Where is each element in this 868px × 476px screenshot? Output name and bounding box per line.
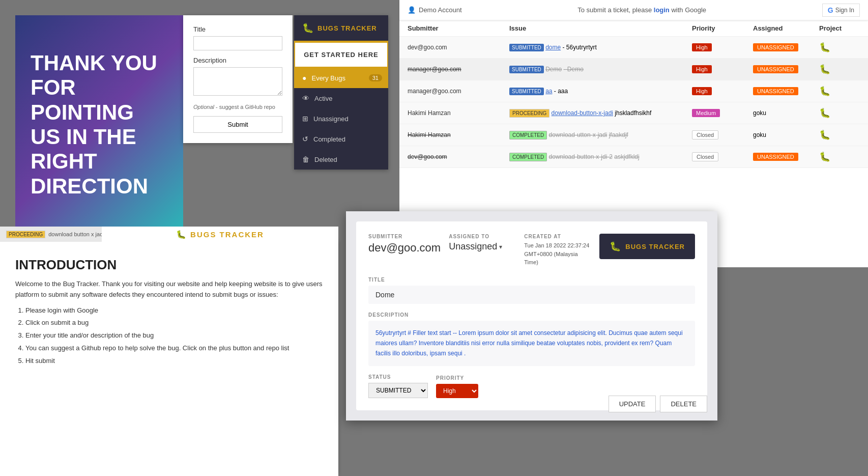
sidebar-panel: 🐛 BUGS TRACKER GET STARTED HERE ● Every …	[294, 15, 388, 170]
issue-link[interactable]: download-button-x-jadi	[552, 109, 613, 117]
status-field: STATUS SUBMITTED ACTIVE COMPLETED DELETE…	[368, 374, 428, 398]
priority-cell: Closed	[692, 130, 753, 139]
priority-cell: High	[692, 87, 753, 95]
unassigned-icon: ⊞	[302, 115, 308, 123]
status-badge: COMPLETED	[509, 153, 547, 161]
intro-title: INTRODUCTION	[15, 257, 323, 273]
assigned-badge: UNASSIGNED	[753, 65, 798, 73]
submitter-field: SUBMITTER dev@goo.com	[368, 234, 441, 255]
assigned-cell: UNASSIGNED	[753, 43, 819, 51]
title-input[interactable]	[193, 36, 282, 50]
status-select[interactable]: SUBMITTED ACTIVE COMPLETED DELETED	[368, 383, 428, 398]
project-icon: 🐛	[819, 86, 860, 97]
status-badge: COMPLETED	[509, 131, 547, 139]
sidebar-item-completed[interactable]: ↺ Completed	[294, 129, 388, 149]
status-badge: SUBMITTED	[509, 44, 544, 51]
google-icon: G	[828, 6, 833, 14]
header-issue: Issue	[509, 24, 692, 32]
priority-badge: High	[692, 87, 712, 95]
priority-badge: Closed	[692, 130, 718, 139]
table-row[interactable]: Hakimi Hamzan PROCEEDING download-button…	[399, 102, 868, 124]
header-assigned: Assigned	[753, 24, 819, 32]
submitter-email: dev@goo.com	[408, 153, 509, 160]
bugs-tracker-logo-icon: 🐛	[302, 22, 313, 34]
issue-cell: COMPLETED download-utton-x-jadi jfaakdjf	[509, 131, 692, 138]
issue-suffix: jfaakdjf	[609, 131, 628, 138]
created-value: Tue Jan 18 2022 22:37:24 GMT+0800 (Malay…	[524, 241, 591, 267]
table-row[interactable]: Hakimi Hamzan COMPLETED download-utton-x…	[399, 124, 868, 146]
submit-form-panel: Title Description Optional - suggest a G…	[183, 15, 293, 143]
intro-body: Welcome to the Bug Tracker. Thank you fo…	[15, 279, 323, 367]
priority-badge: Medium	[692, 109, 720, 117]
issue-link[interactable]: download-button-x-jdi-2	[549, 153, 613, 160]
issue-suffix: askjdfkldj	[614, 153, 639, 160]
top-nav: 👤 Demo Account To submit a ticket, pleas…	[399, 0, 868, 20]
every-bugs-badge: 31	[369, 74, 382, 81]
sidebar-item-label: Deleted	[314, 156, 337, 163]
priority-badge: High	[692, 65, 712, 73]
status-badge: SUBMITTED	[509, 88, 544, 95]
get-started-button[interactable]: GET STARTED HERE	[294, 42, 388, 68]
title-section-label: TITLE	[368, 277, 695, 283]
submitter-email: Hakimi Hamzan	[408, 109, 509, 117]
table-row[interactable]: manager@goo.com SUBMITTED aa - aaa High …	[399, 80, 868, 102]
list-item: Click on submit a bug	[25, 318, 323, 328]
project-icon: 🐛	[819, 129, 860, 141]
submit-button[interactable]: Submit	[193, 116, 282, 133]
description-section-label: DESCRIPTION	[368, 312, 695, 318]
priority-field: PRIORITY High Medium Low	[436, 375, 478, 398]
list-item: You can suggest a Github repo to help so…	[25, 343, 323, 354]
assigned-cell: goku	[753, 109, 819, 117]
sidebar-item-active[interactable]: 👁 Active	[294, 88, 388, 108]
submitter-value: dev@goo.com	[368, 241, 441, 255]
assigned-value[interactable]: Unassigned ▾	[449, 241, 516, 252]
table-row[interactable]: manager@goo.com SUBMITTED Demo - Demo Hi…	[399, 59, 868, 80]
sidebar-logo-text: BUGS TRACKER	[317, 24, 377, 32]
issue-link[interactable]: aa	[545, 88, 552, 95]
top-nav-signin-prompt: To submit a ticket, please login with Go…	[577, 6, 706, 14]
list-item: Enter your title and/or description of t…	[25, 330, 323, 341]
modal-actions: UPDATE DELETE	[609, 396, 707, 421]
status-badge: PROCEEDING	[509, 109, 549, 118]
intro-section: INTRODUCTION Welcome to the Bug Tracker.…	[0, 242, 338, 476]
project-icon: 🐛	[819, 64, 860, 75]
detail-modal: SUBMITTER dev@goo.com ASSIGNED TO Unassi…	[346, 211, 717, 421]
priority-badge: Closed	[692, 152, 718, 161]
sidebar-item-unassigned[interactable]: ⊞ Unassigned	[294, 108, 388, 129]
logo-icon: 🐛	[176, 230, 186, 239]
issue-link[interactable]: Demo	[545, 66, 562, 73]
delete-button[interactable]: DELETE	[660, 396, 707, 412]
login-link[interactable]: login	[654, 6, 670, 14]
header-project: Project	[819, 24, 860, 32]
top-nav-user: 👤 Demo Account	[408, 6, 462, 14]
created-field: CREATED AT Tue Jan 18 2022 22:37:24 GMT+…	[524, 234, 591, 267]
issue-cell: SUBMITTED dome - 56yutryrtyrt	[509, 44, 692, 51]
table-header: Submitter Issue Priority Assigned Projec…	[399, 20, 868, 37]
priority-cell: Medium	[692, 109, 753, 117]
issue-link[interactable]: download-utton-x-jadi	[549, 131, 607, 138]
project-icon: 🐛	[819, 42, 860, 53]
assigned-badge: UNASSIGNED	[753, 153, 798, 161]
assigned-cell: UNASSIGNED	[753, 87, 819, 95]
table-row[interactable]: dev@goo.com COMPLETED download-button-x-…	[399, 146, 868, 168]
signin-button[interactable]: G Sign In	[822, 4, 860, 17]
project-icon: 🐛	[819, 151, 860, 162]
detail-modal-inner: SUBMITTER dev@goo.com ASSIGNED TO Unassi…	[356, 221, 707, 410]
assigned-cell: UNASSIGNED	[753, 65, 819, 73]
bottom-logo-bar: 🐛 BUGS TRACKER	[102, 227, 338, 242]
status-badge: SUBMITTED	[509, 66, 544, 73]
sidebar-item-every-bugs[interactable]: ● Every Bugs 31	[294, 68, 388, 88]
signin-label: Sign In	[835, 7, 854, 14]
sidebar-header: 🐛 BUGS TRACKER	[294, 15, 388, 42]
title-label: Title	[193, 25, 282, 33]
update-button[interactable]: UPDATE	[609, 396, 656, 412]
description-label: Description	[193, 57, 282, 64]
every-bugs-icon: ●	[302, 74, 306, 82]
table-row[interactable]: dev@goo.com SUBMITTED dome - 56yutryrtyr…	[399, 37, 868, 59]
sidebar-item-deleted[interactable]: 🗑 Deleted	[294, 149, 388, 170]
issue-link[interactable]: dome	[545, 44, 561, 51]
priority-select[interactable]: High Medium Low	[436, 384, 478, 398]
assigned-badge: UNASSIGNED	[753, 87, 798, 95]
list-item: Please login with Google	[25, 305, 323, 316]
description-input[interactable]	[193, 67, 282, 96]
